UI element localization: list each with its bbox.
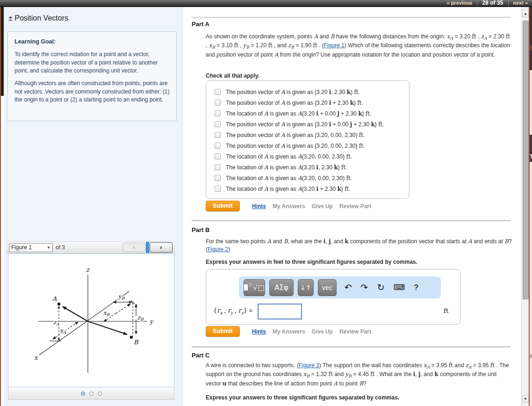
previous-button[interactable]: « previous	[442, 0, 476, 6]
my-answers-link[interactable]: My Answers	[273, 328, 305, 335]
x-axis-label: x	[34, 354, 38, 361]
answer-variable-label: {rx , ry , rz} =	[213, 307, 252, 315]
point-A-label: A	[52, 295, 57, 302]
vertical-scrollbar[interactable]: ▲ ▼	[521, 7, 529, 406]
xA-label: xA	[60, 327, 66, 335]
help-icon[interactable]: ?	[414, 284, 418, 291]
hints-link[interactable]: Hints	[252, 203, 266, 210]
option-label: The position vector of A is given as {3.…	[226, 143, 365, 149]
part-b-heading: Part B	[192, 226, 209, 233]
review-part-link[interactable]: Review Part	[339, 328, 371, 335]
my-answers-link[interactable]: My Answers	[273, 203, 305, 210]
option-checkbox[interactable]	[215, 164, 221, 170]
figure-select[interactable]: Figure 1 ▼	[9, 243, 53, 252]
section-divider	[192, 220, 510, 221]
part-b-question: For the same two points A and B, what ar…	[206, 238, 512, 254]
part-c-question: A wire is connected to two supports. (Fi…	[206, 362, 512, 388]
problem-title: ± Position Vectors	[8, 14, 68, 22]
answer-option: The position vector of A is given as {3.…	[215, 119, 409, 130]
answer-option: The location of A is given as A{3.20 i +…	[215, 108, 409, 119]
figure-count-label: of 3	[56, 244, 65, 251]
vector-button[interactable]: vec	[318, 279, 337, 296]
learning-goal-box: Learning Goal: To identify the correct n…	[7, 31, 177, 121]
position-vector-OA	[63, 307, 88, 322]
part-a-actions: Submit Hints My Answers Give Up Review P…	[206, 201, 371, 211]
figure-2-link[interactable]: Figure 2	[208, 246, 228, 253]
chevron-down-icon: ▼	[47, 246, 50, 250]
undo-icon[interactable]: ↶	[345, 283, 352, 292]
option-checkbox[interactable]	[215, 89, 221, 95]
option-checkbox[interactable]	[215, 143, 221, 149]
answer-option: The location of A is given as A{3.20, 0.…	[215, 151, 409, 162]
section-divider	[192, 17, 510, 18]
submit-button[interactable]: Submit	[206, 201, 240, 211]
part-a-heading: Part A	[192, 21, 209, 28]
option-label: The position vector of A is given as (3.…	[226, 89, 360, 95]
keyboard-icon[interactable]: ⌨	[394, 283, 405, 291]
reset-icon[interactable]: ↻	[377, 283, 385, 292]
next-button[interactable]: next »	[509, 0, 532, 6]
part-a-question: As shown on the coordinate system, point…	[206, 33, 512, 59]
review-part-link[interactable]: Review Part	[339, 203, 371, 210]
option-checkbox[interactable]	[215, 132, 221, 138]
option-checkbox[interactable]	[215, 153, 221, 160]
figure-prev-button[interactable]: ‹	[122, 243, 145, 252]
learning-goal-paragraph-1: To identify the correct notation for a p…	[14, 51, 170, 75]
point-B	[130, 336, 132, 338]
option-checkbox[interactable]	[215, 110, 221, 116]
coordinate-system-figure: z y x A B zA xA yB xB zB	[8, 254, 174, 387]
answer-option: The location of A is given as A(3.20, 0.…	[215, 173, 409, 183]
z-axis-label: z	[86, 266, 90, 273]
collapse-toggle[interactable]: ±	[8, 14, 13, 22]
equation-toolbar: □√□ ΑΣφ ↓↑ vec ↶ ↷ ↻ ⌨ ?	[239, 276, 441, 298]
submit-button[interactable]: Submit	[206, 326, 240, 337]
figure-3-link[interactable]: Figure 3	[299, 362, 319, 369]
pagination-dot-1[interactable]	[81, 392, 85, 396]
give-up-link[interactable]: Give Up	[312, 203, 333, 210]
answer-input[interactable]	[258, 304, 302, 319]
figure-1-link[interactable]: Figure 1	[324, 42, 345, 49]
right-edge-sliver: ) T s	[530, 6, 532, 406]
position-vector-OB	[88, 321, 127, 334]
equation-templates-button[interactable]: □√□	[244, 279, 265, 296]
part-c-heading: Part C	[192, 352, 209, 359]
redo-icon[interactable]: ↷	[360, 283, 368, 292]
option-label: The location of A is given as A{3.20, 0.…	[226, 153, 352, 160]
xA-dim-line	[65, 322, 78, 331]
part-b-instruction: Express your answers in feet to three si…	[206, 259, 417, 265]
hints-link[interactable]: Hints	[252, 328, 266, 335]
item-counter: 28 of 35	[477, 0, 509, 6]
greek-symbols-button[interactable]: ΑΣφ	[269, 279, 294, 296]
option-checkbox[interactable]	[215, 100, 221, 106]
pagination-dot-3[interactable]	[98, 392, 102, 396]
learning-goal-heading: Learning Goal:	[14, 37, 170, 46]
option-label: The location of A is given as A(3.20, 0.…	[226, 175, 352, 181]
figure-viewer: z y x A B zA xA yB xB zB	[8, 254, 174, 387]
answer-option: The position vector of A is given as {3.…	[215, 97, 409, 108]
option-checkbox[interactable]	[215, 175, 221, 181]
check-all-note: Check all that apply.	[206, 72, 259, 79]
option-label: The position vector of A is given as (3.…	[226, 132, 365, 138]
figure-nav-bar: Figure 1 ▼ of 3 ‹ ›	[7, 241, 175, 254]
figure-nav-divider	[146, 242, 149, 253]
point-A	[58, 303, 60, 305]
option-checkbox[interactable]	[215, 186, 221, 192]
option-label: The location of A is given as A{3.20 i +…	[226, 186, 351, 192]
answer-unit-label: ft	[444, 307, 448, 314]
undo-redo-button[interactable]: ↓↑	[298, 279, 314, 296]
scroll-down-button[interactable]: ▼	[522, 395, 529, 403]
scroll-up-button[interactable]: ▲	[522, 10, 529, 17]
answer-option: The position vector of A is given as (3.…	[215, 87, 409, 97]
option-checkbox[interactable]	[215, 121, 221, 127]
scrollbar-thumb[interactable]	[523, 21, 529, 299]
give-up-link[interactable]: Give Up	[312, 328, 333, 335]
sliver-dark-block-mid: T	[530, 135, 532, 162]
pagination-dot-2[interactable]	[89, 392, 93, 396]
answer-option: The position vector of A is given as (3.…	[215, 130, 409, 140]
option-label: The location of A is given as A(3.20 i, …	[226, 164, 347, 171]
answer-option: The location of A is given as A(3.20 i, …	[215, 162, 409, 173]
xB-label: xB	[103, 310, 110, 317]
option-label: The position vector of A is given as {3.…	[226, 100, 363, 106]
section-divider	[192, 346, 510, 348]
figure-next-button[interactable]: ›	[150, 242, 173, 253]
